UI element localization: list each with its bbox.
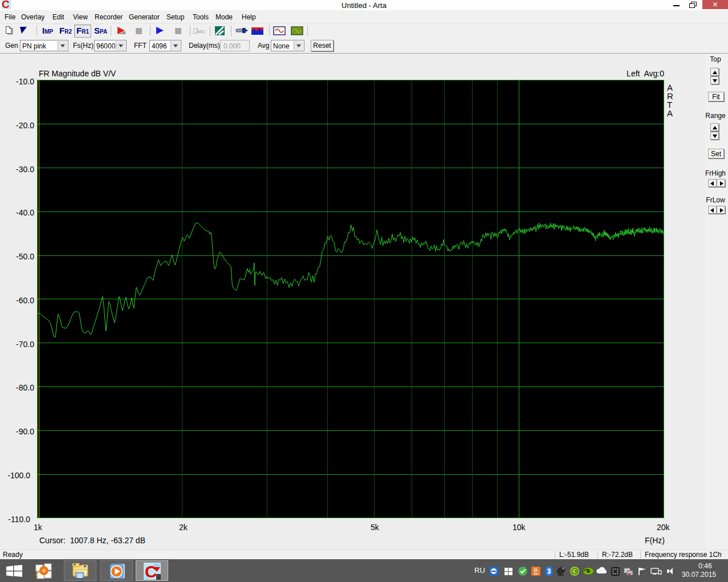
svg-text:ABC: ABC	[196, 29, 206, 34]
svg-text:C: C	[145, 563, 157, 580]
